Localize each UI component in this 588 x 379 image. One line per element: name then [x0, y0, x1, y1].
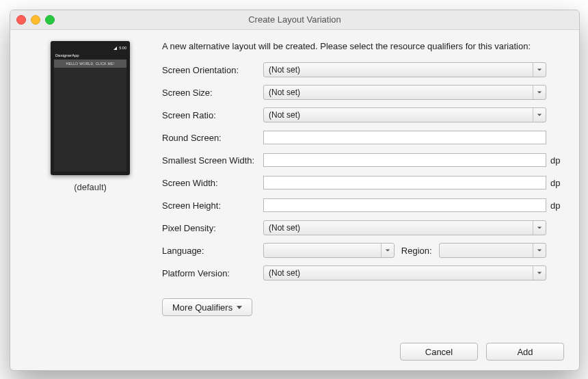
more-qualifiers-button[interactable]: More Qualifiers: [162, 298, 252, 316]
preview-column: 5:00 DesignerApp HELLO WORLD, CLICK ME! …: [25, 41, 155, 361]
screen-ratio-select[interactable]: (Not set): [263, 107, 546, 122]
screen-ratio-value: (Not set): [269, 110, 300, 120]
label-screen-size: Screen Size:: [162, 88, 263, 98]
chevron-down-icon: [533, 108, 546, 122]
screen-size-value: (Not set): [269, 88, 300, 97]
cancel-button[interactable]: Cancel: [400, 343, 478, 361]
intro-text: A new alternative layout will be created…: [162, 41, 564, 51]
preview-button: HELLO WORLD, CLICK ME!: [54, 60, 126, 68]
label-pixel-density: Pixel Density:: [162, 223, 263, 233]
chevron-down-icon: [533, 266, 546, 280]
chevron-down-icon: [533, 63, 546, 77]
language-select[interactable]: [263, 243, 395, 258]
form-column: A new alternative layout will be created…: [155, 41, 564, 361]
screen-height-input[interactable]: [263, 198, 546, 212]
screen-size-select[interactable]: (Not set): [263, 85, 546, 100]
label-language: Language:: [162, 246, 263, 256]
dialog-footer: Cancel Add: [162, 333, 564, 361]
preview-caption: (default): [74, 182, 107, 192]
chevron-down-icon: [533, 221, 546, 235]
platform-version-value: (Not set): [269, 268, 300, 278]
screen-orientation-select[interactable]: (Not set): [263, 62, 546, 77]
window-controls: [16, 15, 55, 25]
screen-width-input[interactable]: [263, 176, 546, 190]
region-select[interactable]: [439, 243, 546, 258]
label-round-screen: Round Screen:: [162, 133, 263, 143]
label-screen-ratio: Screen Ratio:: [162, 110, 263, 120]
chevron-down-icon: [533, 244, 546, 257]
status-bar: 5:00: [54, 45, 126, 51]
label-platform-version: Platform Version:: [162, 268, 263, 278]
suffix-dp: dp: [550, 155, 564, 166]
triangle-down-icon: [237, 306, 242, 309]
screen-orientation-value: (Not set): [269, 65, 300, 75]
label-screen-orientation: Screen Orientation:: [162, 65, 263, 75]
dialog-create-layout-variation: Create Layout Variation 5:00 DesignerApp…: [10, 10, 580, 371]
minimize-icon[interactable]: [31, 15, 40, 25]
close-icon[interactable]: [16, 15, 26, 25]
device-preview: 5:00 DesignerApp HELLO WORLD, CLICK ME!: [51, 41, 130, 175]
pixel-density-select[interactable]: (Not set): [263, 220, 546, 235]
suffix-dp: dp: [550, 178, 564, 188]
cancel-label: Cancel: [425, 347, 453, 357]
window-title: Create Layout Variation: [248, 14, 341, 25]
label-smallest-width: Smallest Screen Width:: [162, 155, 263, 166]
add-label: Add: [517, 347, 533, 357]
label-screen-height: Screen Height:: [162, 200, 263, 211]
more-qualifiers-label: More Qualifiers: [172, 302, 232, 313]
zoom-icon[interactable]: [45, 15, 55, 25]
platform-version-select[interactable]: (Not set): [263, 265, 546, 280]
label-region: Region:: [399, 246, 435, 256]
round-screen-input[interactable]: [263, 131, 546, 144]
smallest-width-input[interactable]: [263, 153, 546, 167]
titlebar: Create Layout Variation: [10, 10, 579, 30]
status-time: 5:00: [119, 46, 126, 50]
chevron-down-icon: [533, 86, 546, 99]
suffix-dp: dp: [550, 200, 564, 211]
add-button[interactable]: Add: [486, 343, 564, 361]
chevron-down-icon: [381, 244, 394, 257]
pixel-density-value: (Not set): [269, 223, 300, 233]
preview-body: [54, 68, 126, 172]
signal-icon: [113, 47, 117, 50]
preview-app-title: DesignerApp: [54, 51, 126, 60]
label-screen-width: Screen Width:: [162, 178, 263, 188]
